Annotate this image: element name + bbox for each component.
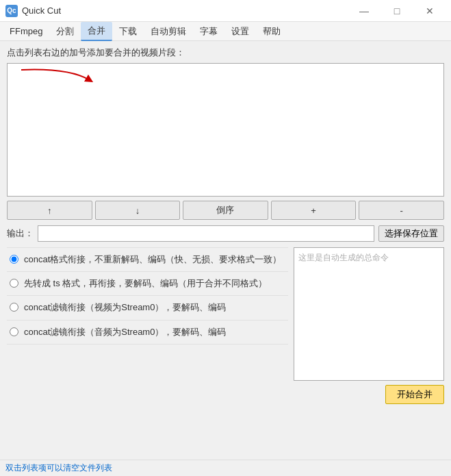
remove-button[interactable]: - xyxy=(359,201,444,220)
status-text: 双击列表项可以清空文件列表 xyxy=(5,462,112,474)
option-3-radio[interactable] xyxy=(10,303,18,312)
reverse-button[interactable]: 倒序 xyxy=(183,201,268,220)
output-path-input[interactable] xyxy=(38,225,374,242)
menu-item-help[interactable]: 帮助 xyxy=(256,23,287,40)
status-bar: 双击列表项可以清空文件列表 xyxy=(0,460,451,476)
menu-item-auto-cut[interactable]: 自动剪辑 xyxy=(144,23,193,40)
option-1[interactable]: concat格式衔接，不重新解码、编码（快、无损、要求格式一致） xyxy=(7,247,288,272)
menu-bar: FFmpeg 分割 合并 下载 自动剪辑 字幕 设置 帮助 xyxy=(0,22,451,41)
menu-item-settings[interactable]: 设置 xyxy=(224,23,256,40)
option-4-label: concat滤镜衔接（音频为Stream0），要解码、编码 xyxy=(24,326,226,338)
command-panel: 这里是自动生成的总命令 开始合并 xyxy=(294,247,444,404)
select-save-location-button[interactable]: 选择保存位置 xyxy=(378,225,444,242)
menu-item-download[interactable]: 下载 xyxy=(112,23,144,40)
command-placeholder: 这里是自动生成的总命令 xyxy=(298,253,389,262)
option-1-label: concat格式衔接，不重新解码、编码（快、无损、要求格式一致） xyxy=(24,253,281,266)
add-button[interactable]: + xyxy=(271,201,357,220)
menu-item-merge[interactable]: 合并 xyxy=(81,22,112,41)
close-button[interactable]: ✕ xyxy=(414,0,446,22)
lower-section: concat格式衔接，不重新解码、编码（快、无损、要求格式一致） 先转成 ts … xyxy=(7,247,444,404)
option-2-label: 先转成 ts 格式，再衔接，要解码、编码（用于合并不同格式） xyxy=(24,277,267,290)
title-left: Qc Quick Cut xyxy=(5,5,61,17)
file-list-area[interactable] xyxy=(7,63,444,197)
move-up-button[interactable]: ↑ xyxy=(7,201,92,220)
options-panel: concat格式衔接，不重新解码、编码（快、无损、要求格式一致） 先转成 ts … xyxy=(7,247,288,404)
option-4-radio[interactable] xyxy=(10,327,18,336)
red-arrow-indicator xyxy=(14,66,96,87)
button-row: ↑ ↓ 倒序 + - xyxy=(7,201,444,220)
menu-item-ffmpeg[interactable]: FFmpeg xyxy=(3,23,49,39)
main-content: 点击列表右边的加号添加要合并的视频片段： ↑ ↓ 倒序 + - 输出： 选择保存… xyxy=(0,41,451,476)
option-3-label: concat滤镜衔接（视频为Stream0），要解码、编码 xyxy=(24,301,226,314)
command-output-box: 这里是自动生成的总命令 xyxy=(294,247,444,381)
option-2[interactable]: 先转成 ts 格式，再衔接，要解码、编码（用于合并不同格式） xyxy=(7,272,288,296)
app-title: Quick Cut xyxy=(22,5,61,16)
option-4[interactable]: concat滤镜衔接（音频为Stream0），要解码、编码 xyxy=(7,321,288,345)
menu-item-split[interactable]: 分割 xyxy=(49,23,81,40)
option-2-radio[interactable] xyxy=(10,279,18,288)
app-icon: Qc xyxy=(5,5,18,17)
option-3[interactable]: concat滤镜衔接（视频为Stream0），要解码、编码 xyxy=(7,296,288,320)
move-down-button[interactable]: ↓ xyxy=(95,201,181,220)
minimize-button[interactable]: — xyxy=(348,0,380,22)
option-1-radio[interactable] xyxy=(10,255,18,264)
output-row: 输出： 选择保存位置 xyxy=(7,225,444,242)
title-controls: — □ ✕ xyxy=(348,0,446,22)
run-btn-row: 开始合并 xyxy=(294,385,444,404)
menu-item-subtitle[interactable]: 字幕 xyxy=(193,23,224,40)
maximize-button[interactable]: □ xyxy=(381,0,413,22)
output-label: 输出： xyxy=(7,227,34,240)
title-bar: Qc Quick Cut — □ ✕ xyxy=(0,0,451,22)
start-merge-button[interactable]: 开始合并 xyxy=(385,385,444,404)
instruction-text: 点击列表右边的加号添加要合并的视频片段： xyxy=(7,47,444,59)
